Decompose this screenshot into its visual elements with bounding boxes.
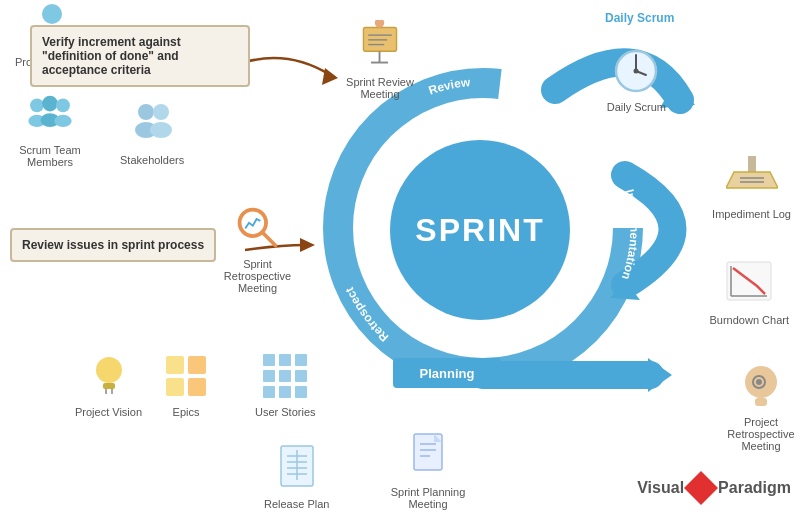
- svg-point-22: [150, 122, 172, 138]
- sprint-retro-meeting-icon: [232, 202, 284, 254]
- svg-point-19: [138, 104, 154, 120]
- svg-point-18: [54, 115, 71, 127]
- svg-rect-70: [755, 398, 767, 406]
- svg-rect-36: [166, 356, 184, 374]
- brand-diamond-icon: [684, 471, 718, 505]
- project-retro-meeting-label: Project Retrospective Meeting: [721, 416, 801, 452]
- scrum-team-label: Scrum Team Members: [5, 144, 95, 168]
- diagram-container: Review Implementation Retrospect Plannin…: [0, 0, 811, 512]
- svg-point-11: [42, 4, 62, 24]
- tooltip-verify-text: Verify increment against "definition of …: [42, 35, 181, 77]
- svg-point-26: [375, 20, 384, 28]
- epics-icon: [160, 350, 212, 402]
- sprint-label: SPRINT: [415, 212, 544, 249]
- svg-marker-61: [726, 172, 778, 188]
- daily-scrum-icon: [610, 45, 662, 97]
- stakeholders-label: Stakeholders: [120, 154, 184, 166]
- sprint-retro-meeting-label: Sprint Retrospective Meeting: [215, 258, 300, 294]
- stakeholders-icon: [126, 98, 178, 150]
- sprint-review-meeting-icon: [354, 20, 406, 72]
- svg-rect-43: [263, 370, 275, 382]
- svg-text:Planning: Planning: [420, 366, 475, 381]
- svg-line-31: [262, 232, 275, 245]
- sprint-planning-meeting-icon: [402, 430, 454, 482]
- epics-label: Epics: [173, 406, 200, 418]
- daily-scrum-label: Daily Scrum: [607, 101, 666, 113]
- svg-rect-60: [748, 156, 756, 172]
- epics-icon-item: Epics: [160, 350, 212, 418]
- svg-rect-40: [263, 354, 275, 366]
- impediment-log-label: Impediment Log: [712, 208, 791, 220]
- sprint-planning-meeting-icon-item: Sprint Planning Meeting: [383, 430, 473, 510]
- scrum-team-icon: [24, 88, 76, 140]
- svg-point-69: [756, 379, 762, 385]
- tooltip-review-text: Review issues in sprint process: [22, 238, 204, 252]
- project-vision-icon-item: Project Vision: [75, 350, 142, 418]
- project-retro-meeting-icon-item: Project Retrospective Meeting: [721, 360, 801, 452]
- svg-point-14: [42, 96, 58, 112]
- svg-rect-44: [279, 370, 291, 382]
- daily-scrum-text: Daily Scrum: [605, 11, 674, 25]
- svg-rect-39: [188, 378, 206, 396]
- user-stories-label: User Stories: [255, 406, 316, 418]
- sprint-retro-meeting-icon-item: Sprint Retrospective Meeting: [215, 202, 300, 294]
- svg-rect-37: [188, 356, 206, 374]
- project-retro-meeting-icon: [735, 360, 787, 412]
- stakeholders-icon-item: Stakeholders: [120, 98, 184, 166]
- user-stories-icon: [259, 350, 311, 402]
- brand: Visual Paradigm: [637, 476, 791, 500]
- svg-rect-48: [295, 386, 307, 398]
- daily-scrum-icon-item: Daily Scrum: [607, 45, 666, 113]
- svg-point-13: [30, 98, 44, 112]
- svg-rect-41: [279, 354, 291, 366]
- brand-visual: Visual: [637, 479, 684, 497]
- burndown-chart-label: Burndown Chart: [710, 314, 790, 326]
- user-stories-icon-item: User Stories: [255, 350, 316, 418]
- impediment-log-icon-item: Impediment Log: [712, 152, 791, 220]
- tooltip-verify: Verify increment against "definition of …: [30, 25, 250, 87]
- svg-point-32: [96, 357, 122, 383]
- impediment-log-icon: [726, 152, 778, 204]
- svg-marker-10: [300, 238, 315, 252]
- svg-marker-3: [648, 358, 672, 392]
- sprint-planning-meeting-label: Sprint Planning Meeting: [383, 486, 473, 510]
- svg-rect-47: [279, 386, 291, 398]
- svg-point-74: [634, 69, 639, 74]
- release-plan-label: Release Plan: [264, 498, 329, 510]
- scrum-team-icon-item: Scrum Team Members: [5, 88, 95, 168]
- release-plan-icon: [271, 442, 323, 494]
- burndown-chart-icon: [723, 258, 775, 310]
- project-vision-icon: [83, 350, 135, 402]
- sprint-review-meeting-label: Sprint Review Meeting: [340, 76, 420, 100]
- svg-rect-33: [103, 383, 115, 389]
- burndown-chart-icon-item: Burndown Chart: [710, 258, 790, 326]
- tooltip-review-issues: Review issues in sprint process: [10, 228, 216, 262]
- project-vision-label: Project Vision: [75, 406, 142, 418]
- svg-rect-42: [295, 354, 307, 366]
- svg-rect-45: [295, 370, 307, 382]
- brand-paradigm: Paradigm: [718, 479, 791, 497]
- svg-rect-46: [263, 386, 275, 398]
- svg-rect-38: [166, 378, 184, 396]
- sprint-center-circle: SPRINT: [390, 140, 570, 320]
- sprint-review-meeting-icon-item: Sprint Review Meeting: [340, 20, 420, 100]
- release-plan-icon-item: Release Plan: [264, 442, 329, 510]
- svg-point-20: [153, 104, 169, 120]
- svg-point-15: [56, 98, 70, 112]
